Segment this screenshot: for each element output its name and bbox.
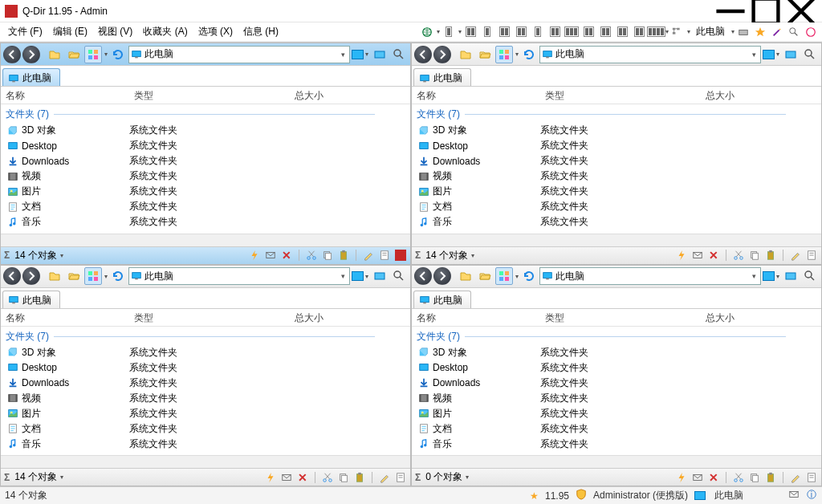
paste-icon[interactable]: [353, 471, 366, 484]
list-item[interactable]: 文档系统文件夹: [412, 421, 821, 437]
copy-icon[interactable]: [321, 249, 334, 262]
list-item[interactable]: 3D 对象系统文件夹: [412, 123, 821, 138]
folder-open-icon[interactable]: [65, 46, 83, 63]
cut-icon[interactable]: [732, 471, 745, 484]
col-type[interactable]: 类型: [129, 89, 290, 104]
list-item[interactable]: 视频系统文件夹: [412, 169, 821, 184]
cut-icon[interactable]: [305, 249, 318, 262]
edit-icon[interactable]: [789, 249, 802, 262]
props-icon[interactable]: [378, 249, 391, 262]
list-item[interactable]: 视频系统文件夹: [1, 391, 410, 406]
disk-icon[interactable]: [737, 26, 750, 39]
file-list[interactable]: 文件夹 (7) 3D 对象系统文件夹Desktop系统文件夹Downloads系…: [1, 104, 410, 234]
monitor-icon[interactable]: ▾: [352, 50, 369, 59]
col-type[interactable]: 类型: [540, 311, 701, 326]
layout-icon[interactable]: [481, 26, 494, 39]
search-button[interactable]: [390, 46, 408, 63]
list-item[interactable]: Downloads系统文件夹: [412, 376, 821, 391]
copy-icon[interactable]: [748, 471, 761, 484]
file-list[interactable]: 文件夹 (7) 3D 对象系统文件夹Desktop系统文件夹Downloads系…: [1, 327, 410, 456]
copy-icon[interactable]: [748, 249, 761, 262]
folder-icon[interactable]: [457, 46, 474, 63]
back-button[interactable]: [414, 267, 432, 285]
minimize-button[interactable]: [713, 0, 748, 22]
col-type[interactable]: 类型: [540, 89, 701, 104]
list-item[interactable]: Downloads系统文件夹: [412, 153, 821, 169]
mail-icon[interactable]: [691, 471, 704, 484]
menu-edit[interactable]: 编辑 (E): [48, 23, 92, 40]
mail-icon[interactable]: [691, 249, 704, 262]
layout-icon[interactable]: [498, 26, 511, 39]
zoom-icon[interactable]: [787, 26, 800, 39]
layout-icon[interactable]: [633, 26, 645, 39]
col-name[interactable]: 名称: [412, 311, 540, 326]
back-button[interactable]: [414, 46, 432, 63]
layout-icon[interactable]: [565, 26, 578, 39]
layout-icon[interactable]: [548, 26, 561, 39]
monitor-icon[interactable]: ▾: [763, 271, 780, 281]
h-scrollbar[interactable]: [1, 234, 410, 246]
star-icon[interactable]: [754, 26, 767, 39]
tab[interactable]: 此电脑: [413, 68, 471, 86]
list-item[interactable]: 音乐系统文件夹: [412, 437, 821, 452]
delete-icon[interactable]: ✕: [280, 249, 293, 262]
folder-icon[interactable]: [457, 267, 474, 285]
color-icon[interactable]: [371, 46, 389, 63]
address-input[interactable]: [144, 270, 336, 282]
search-button[interactable]: [801, 267, 819, 285]
col-name[interactable]: 名称: [1, 89, 129, 104]
list-item[interactable]: Desktop系统文件夹: [1, 360, 410, 376]
mail-icon[interactable]: [280, 471, 293, 484]
back-button[interactable]: [3, 267, 21, 285]
props-icon[interactable]: [805, 249, 818, 262]
layout-icon[interactable]: [582, 26, 595, 39]
col-name[interactable]: 名称: [1, 311, 129, 326]
list-item[interactable]: 音乐系统文件夹: [1, 437, 410, 452]
group-header[interactable]: 文件夹 (7): [1, 327, 410, 345]
magic-icon[interactable]: [771, 26, 783, 39]
layout-icon[interactable]: [649, 26, 662, 39]
menu-rightcombo[interactable]: 此电脑: [691, 23, 730, 40]
flash-icon[interactable]: [248, 249, 261, 262]
refresh-button[interactable]: [109, 46, 127, 63]
layout-icon[interactable]: [531, 26, 544, 39]
menu-options[interactable]: 选项 (X): [193, 23, 238, 40]
h-scrollbar[interactable]: [412, 234, 821, 246]
delete-icon[interactable]: ✕: [296, 471, 309, 484]
h-scrollbar[interactable]: [1, 455, 410, 468]
list-item[interactable]: 音乐系统文件夹: [412, 214, 821, 230]
red-square-icon[interactable]: [394, 249, 407, 262]
layout-icon[interactable]: [442, 26, 455, 39]
col-size[interactable]: 总大小: [290, 311, 410, 326]
address-bar[interactable]: ▾: [539, 46, 761, 63]
forward-button[interactable]: [22, 46, 40, 63]
layout-icon[interactable]: [599, 26, 612, 39]
edit-icon[interactable]: [362, 249, 375, 262]
file-list[interactable]: 文件夹 (7) 3D 对象系统文件夹Desktop系统文件夹Downloads系…: [412, 327, 821, 456]
list-item[interactable]: 3D 对象系统文件夹: [1, 123, 410, 138]
monitor-icon[interactable]: ▾: [763, 50, 780, 59]
group-header[interactable]: 文件夹 (7): [1, 104, 410, 123]
globe-icon[interactable]: [421, 26, 433, 39]
cut-icon[interactable]: [321, 471, 334, 484]
menu-view[interactable]: 视图 (V): [93, 23, 137, 40]
h-scrollbar[interactable]: [412, 455, 821, 468]
color-icon[interactable]: [782, 267, 800, 285]
view-button[interactable]: [84, 46, 102, 63]
folder-open-icon[interactable]: [476, 267, 494, 285]
paste-icon[interactable]: [764, 249, 777, 262]
refresh-button[interactable]: [520, 46, 538, 63]
search-button[interactable]: [801, 46, 819, 63]
forward-button[interactable]: [433, 267, 451, 285]
address-bar[interactable]: ▾: [539, 267, 761, 285]
file-list[interactable]: 文件夹 (7) 3D 对象系统文件夹Desktop系统文件夹Downloads系…: [412, 104, 821, 234]
address-input[interactable]: [144, 49, 336, 60]
maximize-button[interactable]: [748, 0, 783, 22]
col-name[interactable]: 名称: [412, 89, 540, 104]
help-icon[interactable]: [804, 26, 817, 39]
paste-icon[interactable]: [764, 471, 777, 484]
list-item[interactable]: Downloads系统文件夹: [1, 153, 410, 169]
copy-icon[interactable]: [337, 471, 350, 484]
tab[interactable]: 此电脑: [2, 291, 60, 308]
props-icon[interactable]: [394, 471, 407, 484]
